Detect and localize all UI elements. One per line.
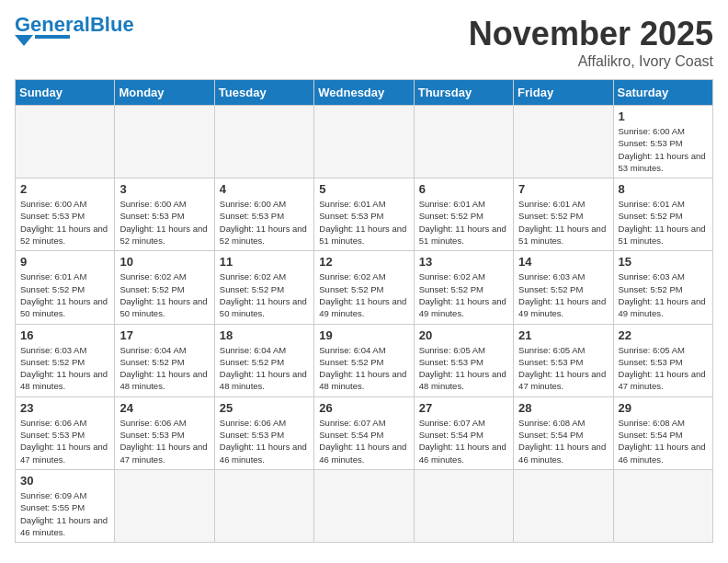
day-number: 20 — [419, 328, 508, 342]
day-info: Sunrise: 6:03 AMSunset: 5:52 PMDaylight:… — [518, 270, 608, 319]
svg-marker-0 — [15, 35, 33, 46]
day-number: 22 — [619, 328, 708, 342]
day-info: Sunrise: 6:04 AMSunset: 5:52 PMDaylight:… — [119, 344, 209, 393]
calendar-day-cell — [214, 469, 313, 542]
day-number: 30 — [20, 474, 109, 488]
logo-text: GeneralBlue — [15, 15, 134, 35]
calendar-day-cell: 12Sunrise: 6:02 AMSunset: 5:52 PMDayligh… — [314, 251, 414, 324]
calendar-week-row: 1Sunrise: 6:00 AMSunset: 5:53 PMDaylight… — [16, 106, 713, 178]
calendar-day-cell: 13Sunrise: 6:02 AMSunset: 5:52 PMDayligh… — [414, 251, 513, 324]
calendar-day-cell: 26Sunrise: 6:07 AMSunset: 5:54 PMDayligh… — [314, 396, 414, 469]
calendar-day-cell — [414, 106, 513, 178]
calendar-header-row: SundayMondayTuesdayWednesdayThursdayFrid… — [16, 80, 713, 106]
day-number: 23 — [20, 401, 109, 415]
day-number: 3 — [119, 182, 209, 196]
day-number: 24 — [119, 401, 209, 415]
calendar-week-row: 30Sunrise: 6:09 AMSunset: 5:55 PMDayligh… — [16, 469, 713, 542]
day-number: 12 — [319, 255, 408, 269]
calendar-day-cell: 21Sunrise: 6:05 AMSunset: 5:53 PMDayligh… — [514, 324, 613, 396]
day-number: 17 — [119, 328, 209, 342]
day-info: Sunrise: 6:06 AMSunset: 5:53 PMDaylight:… — [20, 417, 109, 465]
calendar-table: SundayMondayTuesdayWednesdayThursdayFrid… — [15, 79, 713, 543]
day-info: Sunrise: 6:00 AMSunset: 5:53 PMDaylight:… — [119, 198, 209, 247]
day-info: Sunrise: 6:07 AMSunset: 5:54 PMDaylight:… — [319, 417, 408, 465]
calendar-day-cell: 2Sunrise: 6:00 AMSunset: 5:53 PMDaylight… — [16, 178, 115, 251]
day-info: Sunrise: 6:04 AMSunset: 5:52 PMDaylight:… — [319, 344, 408, 393]
day-info: Sunrise: 6:08 AMSunset: 5:54 PMDaylight:… — [518, 417, 608, 465]
day-info: Sunrise: 6:05 AMSunset: 5:53 PMDaylight:… — [619, 344, 708, 393]
day-info: Sunrise: 6:06 AMSunset: 5:53 PMDaylight:… — [220, 417, 309, 465]
calendar-day-cell: 15Sunrise: 6:03 AMSunset: 5:52 PMDayligh… — [613, 251, 712, 324]
day-info: Sunrise: 6:06 AMSunset: 5:53 PMDaylight:… — [119, 417, 209, 465]
day-info: Sunrise: 6:01 AMSunset: 5:52 PMDaylight:… — [619, 198, 708, 247]
calendar-day-cell: 29Sunrise: 6:08 AMSunset: 5:54 PMDayligh… — [613, 396, 712, 469]
calendar-day-cell — [115, 106, 214, 178]
day-info: Sunrise: 6:02 AMSunset: 5:52 PMDaylight:… — [319, 270, 408, 319]
day-number: 1 — [619, 109, 708, 123]
calendar-day-cell: 22Sunrise: 6:05 AMSunset: 5:53 PMDayligh… — [613, 324, 712, 396]
calendar-day-cell: 8Sunrise: 6:01 AMSunset: 5:52 PMDaylight… — [613, 178, 712, 251]
day-info: Sunrise: 6:07 AMSunset: 5:54 PMDaylight:… — [419, 417, 508, 465]
day-number: 14 — [518, 255, 608, 269]
day-info: Sunrise: 6:09 AMSunset: 5:55 PMDaylight:… — [20, 489, 109, 538]
day-of-week-header: Thursday — [414, 80, 513, 106]
calendar-day-cell — [613, 469, 712, 542]
calendar-day-cell: 6Sunrise: 6:01 AMSunset: 5:52 PMDaylight… — [414, 178, 513, 251]
month-year-title: November 2025 — [469, 15, 713, 53]
day-info: Sunrise: 6:03 AMSunset: 5:52 PMDaylight:… — [20, 344, 109, 393]
calendar-day-cell: 17Sunrise: 6:04 AMSunset: 5:52 PMDayligh… — [115, 324, 214, 396]
calendar-day-cell: 28Sunrise: 6:08 AMSunset: 5:54 PMDayligh… — [514, 396, 613, 469]
day-info: Sunrise: 6:01 AMSunset: 5:53 PMDaylight:… — [319, 198, 408, 247]
calendar-day-cell — [514, 469, 613, 542]
logo: GeneralBlue — [15, 15, 134, 52]
day-number: 26 — [319, 401, 408, 415]
calendar-day-cell: 20Sunrise: 6:05 AMSunset: 5:53 PMDayligh… — [414, 324, 513, 396]
day-info: Sunrise: 6:02 AMSunset: 5:52 PMDaylight:… — [220, 270, 309, 319]
page-header: GeneralBlue November 2025 Affalikro, Ivo… — [15, 15, 713, 70]
calendar-day-cell: 24Sunrise: 6:06 AMSunset: 5:53 PMDayligh… — [115, 396, 214, 469]
day-number: 11 — [220, 255, 309, 269]
day-number: 16 — [20, 328, 109, 342]
day-of-week-header: Monday — [115, 80, 214, 106]
calendar-day-cell — [414, 469, 513, 542]
day-number: 4 — [220, 182, 309, 196]
day-of-week-header: Saturday — [613, 80, 712, 106]
calendar-day-cell: 5Sunrise: 6:01 AMSunset: 5:53 PMDaylight… — [314, 178, 414, 251]
calendar-day-cell: 7Sunrise: 6:01 AMSunset: 5:52 PMDaylight… — [514, 178, 613, 251]
day-info: Sunrise: 6:00 AMSunset: 5:53 PMDaylight:… — [20, 198, 109, 247]
calendar-day-cell — [16, 106, 115, 178]
day-number: 27 — [419, 401, 508, 415]
day-number: 25 — [220, 401, 309, 415]
calendar-day-cell: 10Sunrise: 6:02 AMSunset: 5:52 PMDayligh… — [115, 251, 214, 324]
calendar-day-cell — [115, 469, 214, 542]
calendar-day-cell: 14Sunrise: 6:03 AMSunset: 5:52 PMDayligh… — [514, 251, 613, 324]
day-info: Sunrise: 6:05 AMSunset: 5:53 PMDaylight:… — [518, 344, 608, 393]
day-of-week-header: Wednesday — [314, 80, 414, 106]
day-number: 8 — [619, 182, 708, 196]
day-number: 28 — [518, 401, 608, 415]
day-info: Sunrise: 6:01 AMSunset: 5:52 PMDaylight:… — [20, 270, 109, 319]
calendar-day-cell: 3Sunrise: 6:00 AMSunset: 5:53 PMDaylight… — [115, 178, 214, 251]
day-of-week-header: Friday — [514, 80, 613, 106]
calendar-day-cell: 18Sunrise: 6:04 AMSunset: 5:52 PMDayligh… — [214, 324, 313, 396]
day-info: Sunrise: 6:02 AMSunset: 5:52 PMDaylight:… — [119, 270, 209, 319]
day-number: 19 — [319, 328, 408, 342]
svg-rect-1 — [35, 35, 70, 39]
location-subtitle: Affalikro, Ivory Coast — [469, 53, 713, 70]
logo-blue: Blue — [90, 13, 134, 36]
calendar-day-cell — [314, 106, 414, 178]
day-info: Sunrise: 6:03 AMSunset: 5:52 PMDaylight:… — [619, 270, 708, 319]
calendar-day-cell — [514, 106, 613, 178]
day-number: 29 — [619, 401, 708, 415]
calendar-week-row: 2Sunrise: 6:00 AMSunset: 5:53 PMDaylight… — [16, 178, 713, 251]
calendar-week-row: 16Sunrise: 6:03 AMSunset: 5:52 PMDayligh… — [16, 324, 713, 396]
calendar-day-cell: 9Sunrise: 6:01 AMSunset: 5:52 PMDaylight… — [16, 251, 115, 324]
calendar-week-row: 9Sunrise: 6:01 AMSunset: 5:52 PMDaylight… — [16, 251, 713, 324]
calendar-day-cell: 19Sunrise: 6:04 AMSunset: 5:52 PMDayligh… — [314, 324, 414, 396]
calendar-day-cell: 16Sunrise: 6:03 AMSunset: 5:52 PMDayligh… — [16, 324, 115, 396]
day-info: Sunrise: 6:01 AMSunset: 5:52 PMDaylight:… — [419, 198, 508, 247]
day-info: Sunrise: 6:08 AMSunset: 5:54 PMDaylight:… — [619, 417, 708, 465]
calendar-week-row: 23Sunrise: 6:06 AMSunset: 5:53 PMDayligh… — [16, 396, 713, 469]
calendar-day-cell: 23Sunrise: 6:06 AMSunset: 5:53 PMDayligh… — [16, 396, 115, 469]
day-number: 9 — [20, 255, 109, 269]
